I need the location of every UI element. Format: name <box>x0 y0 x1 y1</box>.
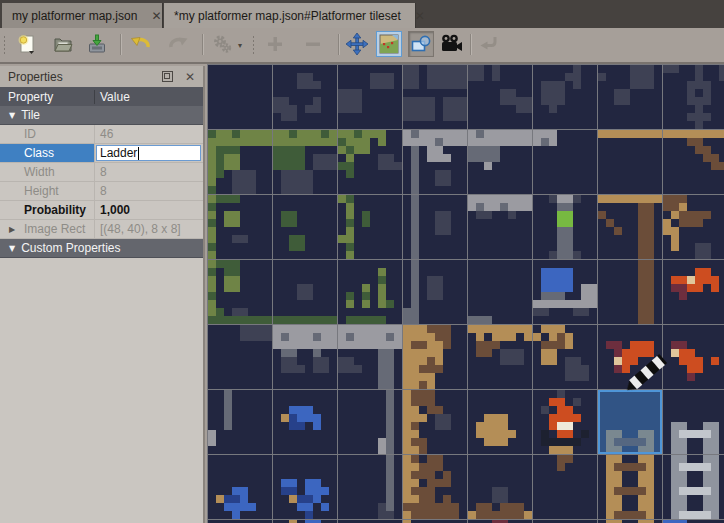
property-group-row[interactable]: ▼Tile <box>0 106 203 125</box>
tile-collision-editor-button[interactable] <box>408 31 434 57</box>
property-row[interactable]: Width8 <box>0 163 203 182</box>
property-row[interactable]: ▶Image Rect[(48, 40), 8 x 8] <box>0 220 203 239</box>
column-header-property: Property <box>0 90 95 104</box>
minus-icon <box>301 32 325 56</box>
redo-button[interactable] <box>165 31 191 57</box>
open-folder-icon <box>51 32 75 56</box>
toolbar-separator <box>338 34 339 55</box>
toolbar-separator <box>470 34 471 55</box>
property-row[interactable]: ID46 <box>0 125 203 144</box>
new-file-icon <box>15 32 39 56</box>
property-value-cell[interactable]: 8 <box>95 182 203 200</box>
collision-shapes-icon <box>410 33 432 55</box>
property-group-row[interactable]: ▼Custom Properties <box>0 239 203 258</box>
tile-animation-editor-button[interactable] <box>438 31 464 57</box>
edit-terrain-button[interactable] <box>376 31 402 57</box>
tab-map-document[interactable]: my platformer map.json ✕ <box>2 3 163 28</box>
property-name-cell[interactable]: Probability <box>0 201 95 219</box>
save-button[interactable] <box>84 31 110 57</box>
return-arrow-icon <box>477 32 501 56</box>
toolbar-separator <box>202 34 203 55</box>
panel-title: Properties <box>8 70 162 84</box>
column-header-value: Value <box>95 90 130 104</box>
add-button[interactable] <box>262 31 288 57</box>
property-name-cell[interactable]: ID <box>0 125 95 143</box>
text-caret <box>138 147 139 160</box>
open-file-button[interactable] <box>50 31 76 57</box>
close-icon[interactable]: ✕ <box>151 9 161 23</box>
close-panel-icon[interactable]: ✕ <box>185 70 195 84</box>
tab-bar: my platformer map.json ✕ *my platformer … <box>0 0 724 28</box>
remove-button[interactable] <box>300 31 326 57</box>
dropdown-arrow-icon[interactable]: ▾ <box>238 41 242 50</box>
plus-icon <box>263 32 287 56</box>
undo-button[interactable] <box>128 31 154 57</box>
property-value-cell[interactable]: 8 <box>95 163 203 181</box>
table-header: Property Value <box>0 87 203 106</box>
property-value-cell[interactable]: [(48, 40), 8 x 8] <box>95 220 203 238</box>
main-toolbar: ▾ <box>0 28 724 64</box>
property-row[interactable]: ClassLadder <box>0 144 203 163</box>
tileset-canvas[interactable] <box>207 64 724 523</box>
property-name-cell[interactable]: Width <box>0 163 95 181</box>
close-icon[interactable]: ✕ <box>415 9 425 23</box>
revert-button[interactable] <box>476 31 502 57</box>
property-value-cell[interactable]: Ladder <box>95 144 203 162</box>
undo-icon <box>129 32 153 56</box>
run-commands-button[interactable] <box>210 31 236 57</box>
toolbar-grip[interactable] <box>3 35 7 54</box>
movie-camera-icon <box>438 32 464 56</box>
property-row[interactable]: Height8 <box>0 182 203 201</box>
save-icon <box>85 32 109 56</box>
tab-tileset-document[interactable]: *my platformer map.json#Platformer tiles… <box>164 3 416 28</box>
value-edit-input[interactable]: Ladder <box>96 145 201 161</box>
float-panel-icon[interactable] <box>162 71 173 82</box>
edit-text: Ladder <box>100 146 137 160</box>
group-label: Custom Properties <box>21 241 120 255</box>
gears-icon <box>211 32 235 56</box>
property-value-cell[interactable]: 46 <box>95 125 203 143</box>
collapse-arrow-icon[interactable]: ▼ <box>9 244 15 253</box>
property-name-cell[interactable]: ▶Image Rect <box>0 220 95 238</box>
property-name-cell[interactable]: Height <box>0 182 95 200</box>
terrain-map-icon <box>379 34 399 54</box>
move-arrows-icon <box>345 32 369 56</box>
tab-label: my platformer map.json <box>12 9 137 23</box>
property-value-cell[interactable]: 1,000 <box>95 201 203 219</box>
move-tiles-button[interactable] <box>344 31 370 57</box>
property-name-cell[interactable]: Class <box>0 144 95 162</box>
toolbar-separator <box>120 34 121 55</box>
tab-label: *my platformer map.json#Platformer tiles… <box>174 9 401 23</box>
group-label: Tile <box>21 108 40 122</box>
properties-table: Property Value ▼TileID46ClassLadderWidth… <box>0 87 203 258</box>
new-file-button[interactable] <box>14 31 40 57</box>
toolbar-grip[interactable] <box>252 35 256 54</box>
properties-panel: Properties ✕ Property Value ▼TileID46Cla… <box>0 66 205 523</box>
collapse-arrow-icon[interactable]: ▼ <box>9 111 15 120</box>
redo-icon <box>166 32 190 56</box>
property-row[interactable]: Probability1,000 <box>0 201 203 220</box>
expand-arrow-icon[interactable]: ▶ <box>9 225 15 234</box>
properties-titlebar[interactable]: Properties ✕ <box>0 66 203 88</box>
